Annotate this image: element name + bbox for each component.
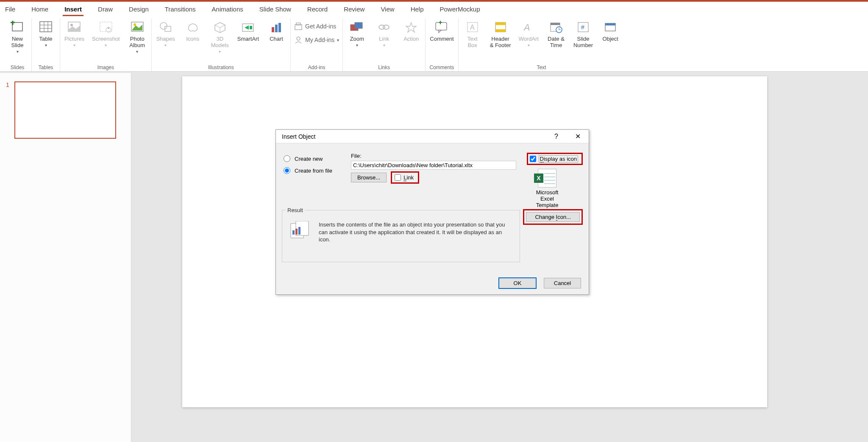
screenshot-button[interactable]: Screenshot ▾ <box>91 19 121 48</box>
new-slide-label: New Slide <box>11 36 24 48</box>
close-icon[interactable]: ✕ <box>569 132 586 140</box>
display-as-icon-checkbox[interactable] <box>530 156 536 162</box>
excel-file-icon <box>538 169 556 187</box>
cancel-button[interactable]: Cancel <box>544 278 581 288</box>
svg-marker-34 <box>439 30 441 33</box>
slidenumber-button[interactable]: # Slide Number <box>573 19 594 49</box>
tab-powermockup[interactable]: PowerMockup <box>438 4 481 16</box>
photo-album-icon <box>130 20 145 35</box>
svg-point-14 <box>134 23 136 26</box>
comment-button[interactable]: Comment <box>429 19 454 43</box>
datetime-label: Date & Time <box>548 36 565 48</box>
screenshot-label: Screenshot <box>92 36 120 42</box>
ribbon-content: New Slide ▾ Slides Table ▾ Tables <box>0 16 868 71</box>
svg-rect-22 <box>272 27 274 32</box>
chevron-down-icon: ▾ <box>45 43 47 48</box>
svg-rect-60 <box>298 227 300 235</box>
zoom-button[interactable]: Zoom ▾ <box>346 19 367 48</box>
tab-animations[interactable]: Animations <box>210 4 245 16</box>
svg-rect-41 <box>495 29 506 32</box>
link-checkbox-highlight: LLinkink <box>391 171 419 184</box>
tab-insert[interactable]: Insert <box>63 4 83 16</box>
object-button[interactable]: Object <box>600 19 621 43</box>
my-addins-button[interactable]: My Add-ins ▾ <box>294 36 339 44</box>
link-icon <box>376 20 392 35</box>
table-button[interactable]: Table ▾ <box>35 19 56 48</box>
svg-rect-33 <box>436 22 447 30</box>
link-checkbox[interactable] <box>395 174 401 181</box>
group-tables: Table ▾ Tables <box>32 19 60 71</box>
chevron-down-icon: ▾ <box>164 43 167 48</box>
object-icon <box>603 20 618 35</box>
svg-rect-12 <box>108 28 109 29</box>
3d-models-button[interactable]: 3D Models ▾ <box>209 19 231 55</box>
change-icon-button[interactable]: Change Icon... <box>526 212 580 222</box>
wordart-button[interactable]: A WordArt ▾ <box>518 19 540 48</box>
tab-transitions[interactable]: Transitions <box>163 4 198 16</box>
result-legend: Result <box>286 207 305 213</box>
new-slide-button[interactable]: New Slide ▾ <box>7 19 28 55</box>
tab-file[interactable]: File <box>3 4 17 16</box>
browse-button[interactable]: Browse... <box>351 173 387 182</box>
svg-text:A: A <box>523 22 530 33</box>
create-from-file-label: Create from file <box>295 168 332 174</box>
datetime-button[interactable]: Date & Time <box>545 19 567 49</box>
tab-help[interactable]: Help <box>409 4 426 16</box>
chart-button[interactable]: Chart <box>266 19 287 43</box>
textbox-label: Text Box <box>467 36 478 48</box>
tab-review[interactable]: Review <box>342 4 366 16</box>
svg-rect-24 <box>278 23 281 32</box>
help-button[interactable]: ? <box>554 133 558 140</box>
svg-rect-3 <box>40 22 52 32</box>
icon-preview: Microsoft Excel Template <box>527 169 568 208</box>
smartart-label: SmartArt <box>237 36 259 42</box>
dialog-title: Insert Object <box>282 133 315 140</box>
slidenumber-label: Slide Number <box>573 36 593 48</box>
action-button[interactable]: Action <box>401 19 422 43</box>
svg-point-31 <box>383 25 389 29</box>
tab-view[interactable]: View <box>379 4 396 16</box>
chevron-down-icon: ▾ <box>528 43 530 48</box>
tab-slideshow[interactable]: Slide Show <box>258 4 293 16</box>
dialog-footer: OK Cancel <box>276 274 589 294</box>
tab-home[interactable]: Home <box>30 4 50 16</box>
action-label: Action <box>403 36 419 42</box>
icons-button[interactable]: Icons <box>182 19 203 43</box>
svg-rect-57 <box>296 221 309 235</box>
dialog-titlebar: Insert Object ? ✕ <box>276 130 589 143</box>
action-icon <box>403 20 419 35</box>
textbox-button[interactable]: A Text Box <box>462 19 483 49</box>
svg-point-15 <box>160 22 167 29</box>
svg-text:A: A <box>470 24 475 31</box>
group-tables-label: Tables <box>39 63 53 71</box>
insert-object-dialog: Insert Object ? ✕ Create new Create from… <box>275 129 589 295</box>
link-label: Link <box>379 36 389 42</box>
result-group: Result Inserts the contents of the file … <box>282 207 520 262</box>
icons-label: Icons <box>186 36 199 42</box>
slidenumber-icon: # <box>576 20 591 35</box>
photo-album-label: Photo Album <box>129 36 145 48</box>
tab-draw[interactable]: Draw <box>96 4 114 16</box>
smartart-button[interactable]: SmartArt <box>236 19 260 43</box>
tab-design[interactable]: Design <box>127 4 150 16</box>
svg-rect-58 <box>292 230 295 235</box>
person-icon <box>294 36 303 44</box>
ok-button[interactable]: OK <box>499 278 536 288</box>
pictures-icon <box>67 20 82 35</box>
chart-icon <box>269 20 284 35</box>
comment-label: Comment <box>430 36 453 42</box>
get-addins-button[interactable]: Get Add-ins <box>294 22 336 31</box>
photo-album-button[interactable]: Photo Album ▾ <box>127 19 148 55</box>
slide-thumbnail-1[interactable] <box>14 81 116 139</box>
link-button[interactable]: Link ▾ <box>373 19 395 48</box>
group-addins: Get Add-ins My Add-ins ▾ Add-ins <box>291 19 343 71</box>
pictures-button[interactable]: Pictures ▾ <box>64 19 85 48</box>
headerfooter-button[interactable]: Header & Footer <box>489 19 512 49</box>
file-path-input[interactable] <box>351 161 516 170</box>
svg-marker-32 <box>406 22 416 32</box>
create-new-radio[interactable]: Create new <box>284 155 332 162</box>
shapes-button[interactable]: Shapes ▾ <box>155 19 176 48</box>
chevron-down-icon: ▾ <box>136 49 138 54</box>
create-from-file-radio[interactable]: Create from file <box>284 167 332 174</box>
tab-record[interactable]: Record <box>306 4 329 16</box>
